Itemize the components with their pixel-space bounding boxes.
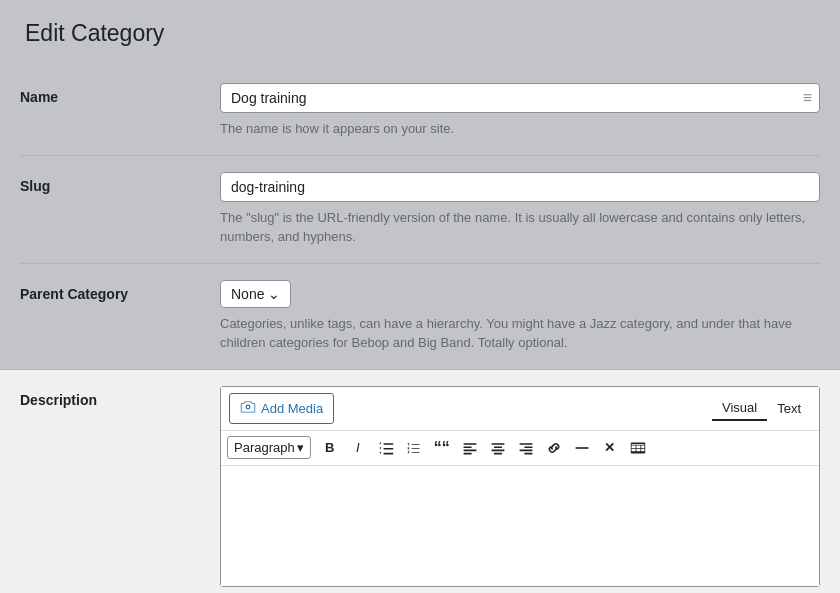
paragraph-label: Paragraph [234, 440, 295, 455]
visual-tab[interactable]: Visual [712, 396, 767, 421]
add-media-label: Add Media [261, 401, 323, 416]
media-svg-icon [240, 399, 256, 415]
name-description: The name is how it appears on your site. [220, 119, 820, 139]
editor-toolbar-format: Paragraph ▾ B I ““ [221, 431, 819, 466]
table-icon [630, 440, 646, 456]
align-left-button[interactable] [457, 435, 483, 461]
parent-category-field: None ⌄ Categories, unlike tags, can have… [220, 280, 820, 353]
description-field: Add Media Visual Text Paragraph ▾ B I [220, 386, 820, 587]
slug-label: Slug [20, 172, 220, 194]
paragraph-chevron-icon: ▾ [297, 440, 304, 455]
link-icon [546, 440, 562, 456]
slug-row: Slug The "slug" is the URL-friendly vers… [20, 155, 820, 263]
parent-category-value: None [231, 286, 264, 302]
name-field: ≡ The name is how it appears on your sit… [220, 83, 820, 139]
page-title: Edit Category [20, 20, 820, 47]
align-center-button[interactable] [485, 435, 511, 461]
view-tabs: Visual Text [712, 396, 811, 421]
slug-description: The "slug" is the URL-friendly version o… [220, 208, 820, 247]
blockquote-button[interactable]: ““ [429, 435, 455, 461]
parent-category-row: Parent Category None ⌄ Categories, unlik… [20, 263, 820, 369]
ordered-list-button[interactable] [401, 435, 427, 461]
parent-category-label: Parent Category [20, 280, 220, 302]
horizontal-rule-button[interactable] [569, 435, 595, 461]
chevron-down-icon: ⌄ [268, 286, 280, 302]
name-input[interactable] [220, 83, 820, 113]
link-button[interactable] [541, 435, 567, 461]
remove-format-button[interactable]: ✕ [597, 435, 623, 461]
align-center-icon [490, 440, 506, 456]
editor-toolbar-top: Add Media Visual Text [221, 387, 819, 431]
bold-button[interactable]: B [317, 435, 343, 461]
description-row: Description Add Media V [0, 369, 840, 594]
text-tab[interactable]: Text [767, 396, 811, 421]
table-button[interactable] [625, 435, 651, 461]
editor-content-area[interactable] [221, 466, 819, 586]
name-row: Name ≡ The name is how it appears on you… [20, 67, 820, 155]
ul-icon [378, 440, 394, 456]
parent-category-select[interactable]: None ⌄ [220, 280, 291, 308]
align-right-button[interactable] [513, 435, 539, 461]
ol-icon [406, 440, 422, 456]
name-input-icon: ≡ [803, 89, 812, 107]
hr-icon [574, 440, 590, 456]
align-right-icon [518, 440, 534, 456]
add-media-button[interactable]: Add Media [229, 393, 334, 424]
name-input-wrapper: ≡ [220, 83, 820, 113]
italic-button[interactable]: I [345, 435, 371, 461]
unordered-list-button[interactable] [373, 435, 399, 461]
slug-field: The "slug" is the URL-friendly version o… [220, 172, 820, 247]
description-label: Description [20, 386, 220, 408]
add-media-icon [240, 399, 256, 418]
slug-input[interactable] [220, 172, 820, 202]
parent-category-description: Categories, unlike tags, can have a hier… [220, 314, 820, 353]
paragraph-select[interactable]: Paragraph ▾ [227, 436, 311, 459]
align-left-icon [462, 440, 478, 456]
name-label: Name [20, 83, 220, 105]
editor-wrapper: Add Media Visual Text Paragraph ▾ B I [220, 386, 820, 587]
edit-category-form: Name ≡ The name is how it appears on you… [20, 67, 820, 593]
